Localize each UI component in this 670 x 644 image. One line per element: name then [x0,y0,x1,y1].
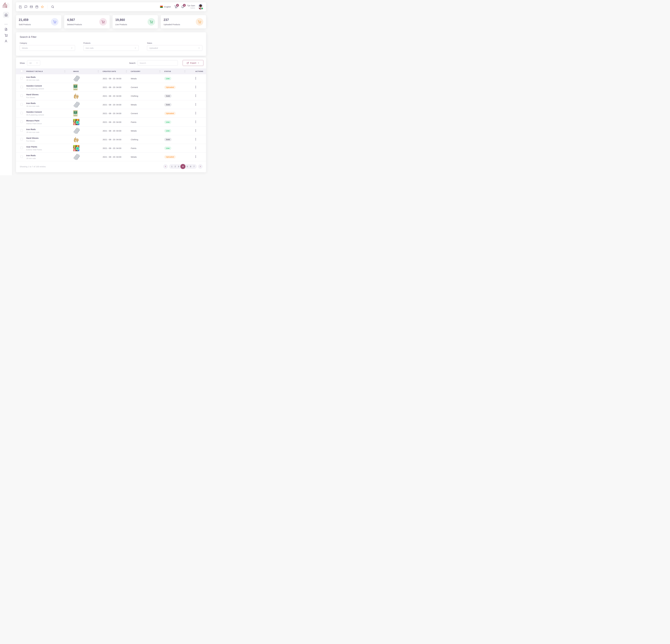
status-badge: Sold [164,103,172,106]
row-actions-menu[interactable] [196,155,196,158]
category-select[interactable]: Metals [20,45,75,51]
check-square-icon[interactable] [19,5,22,8]
products-select[interactable]: Iron rods [83,45,139,51]
table-controls: Show 10 Search Export [16,57,206,68]
column-header-status[interactable]: STATUS [164,70,189,72]
sidebar-item-documents[interactable] [4,28,8,31]
header-shortcut-icons [19,5,54,9]
row-checkbox[interactable] [21,138,23,140]
product-name: Sweden Cement [26,111,69,113]
row-actions-menu[interactable] [196,77,196,80]
product-name: Hand Gloves [26,137,69,139]
sidebar-more-menu[interactable] [4,24,8,25]
row-actions-menu[interactable] [196,86,196,88]
table-search-input[interactable] [138,60,178,66]
row-actions-menu[interactable] [196,129,196,132]
product-name: Hand Gloves [26,93,69,96]
pagination-next-button[interactable] [198,164,203,169]
status-badge: Live [164,77,171,80]
category-value: Metals [131,156,164,158]
pagination-page-1[interactable]: 1 [170,165,174,167]
stat-label: Uploaded Products [164,24,180,26]
table-row: Hand Gloves Fur Gloves 2021 - 08 - 20: 0… [16,92,206,100]
stat-label: Live Products [116,24,127,26]
pagination-page-5[interactable]: 5 [186,165,189,167]
export-label: Export [190,62,196,64]
top-header: English 8 4 Tye Sam Admin [16,2,206,11]
category-value: Paints [131,147,164,149]
table-row: Iron Rods 16 mm iron rods 2021 - 08 - 20… [16,74,206,83]
row-actions-menu[interactable] [196,138,196,140]
row-actions-menu[interactable] [196,94,196,97]
pagination-page-4[interactable]: 4 [180,164,186,169]
user-name: Tye Sam [187,4,195,7]
chevron-down-icon [198,62,199,64]
column-header-product-details[interactable]: PRODUCT DETAILS [26,70,69,72]
notifications-button[interactable]: 4 [181,5,184,8]
row-checkbox[interactable] [21,112,23,114]
product-description: 16 mm iron rods [26,131,69,133]
sidebar-item-users[interactable] [4,40,8,43]
pagination-page-7[interactable]: 7 [192,165,196,167]
row-checkbox[interactable] [21,94,23,97]
external-link-icon [187,62,189,64]
products-label: Products [83,42,139,44]
page-size-select[interactable]: 10 [27,60,40,66]
table-row: Sweden Cement 45.R platering cement SUPA… [16,83,206,92]
table-row: Monaco Paint Interior Paint Decor 2021 -… [16,118,206,126]
product-image [73,93,103,99]
select-all-checkbox[interactable] [21,70,23,72]
sidebar-item-cart[interactable] [4,34,8,37]
row-checkbox[interactable] [21,103,23,106]
chat-icon[interactable] [24,5,27,8]
pagination-page-3[interactable]: 3 [177,165,180,167]
cart-badge: 8 [176,4,179,7]
product-description: Interior Paint Decor [26,123,69,125]
column-header-created-date[interactable]: CREATED DATE [103,70,131,72]
column-header-category[interactable]: CATEGORY [131,70,164,72]
row-checkbox[interactable] [21,129,23,132]
created-date: 2021 - 08 - 20: 04:00 [103,138,131,141]
user-menu[interactable]: Tye Sam Admin [187,4,195,9]
created-date: 2021 - 08 - 20: 04:00 [103,112,131,114]
row-actions-menu[interactable] [196,121,196,123]
product-name: Sweden Cement [26,85,69,87]
row-checkbox[interactable] [21,86,23,88]
company-logo[interactable] [2,2,10,9]
product-description: 45.R platering cement [26,88,69,90]
row-checkbox[interactable] [21,77,23,79]
column-header-image[interactable]: IMAGE [69,70,103,72]
pagination-page-2[interactable]: 2 [174,165,177,167]
calendar-icon[interactable] [35,5,38,8]
product-image: SUPACEMC E M E N TSUPA FAST [73,110,103,117]
row-checkbox[interactable] [21,147,23,149]
product-image [73,119,103,125]
category-value: Cement [131,112,164,114]
pagination-prev-button[interactable] [163,164,168,169]
created-date: 2021 - 08 - 20: 04:00 [103,130,131,132]
stat-label: Deleted Products [67,24,82,26]
row-checkbox[interactable] [21,155,23,158]
pagination-page-6[interactable]: 6 [189,165,192,167]
row-actions-menu[interactable] [196,103,196,106]
row-actions-menu[interactable] [196,147,196,149]
cart-icon [196,18,203,26]
stat-card-sold: 21,459Sold Products [16,15,61,28]
avatar[interactable] [198,4,203,9]
table-row: Azar Paints Exterior Wall Paints 2021 - … [16,144,206,153]
export-button[interactable]: Export [183,60,203,66]
stat-card-deleted: 4,567Deleted Products [64,15,109,28]
search-icon[interactable] [51,5,54,8]
svg-text:C E M E N T: C E M E N T [74,114,77,115]
language-selector[interactable]: English [160,5,171,8]
status-select[interactable]: Uploaded [147,45,202,51]
sidebar-item-home[interactable] [3,12,9,18]
header-cart-button[interactable]: 8 [174,5,177,8]
row-checkbox[interactable] [21,121,23,123]
mail-icon[interactable] [30,5,33,8]
table-row: Iron Rods 16 mm iron rods 2021 - 08 - 20… [16,126,206,135]
stat-value: 19,860 [116,18,127,22]
stat-value: 237 [164,18,180,22]
row-actions-menu[interactable] [196,112,196,114]
star-icon[interactable] [41,5,44,8]
